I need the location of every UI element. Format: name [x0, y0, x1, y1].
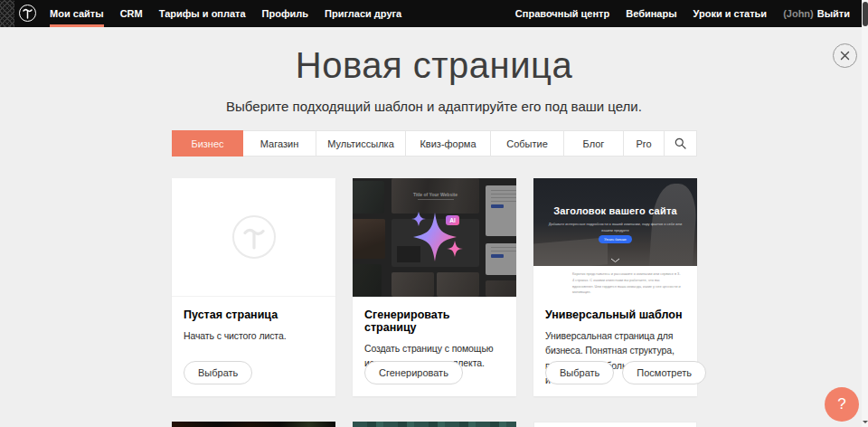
scrollbar-down-arrow[interactable]	[863, 421, 868, 426]
tab-event[interactable]: Событие	[491, 130, 564, 157]
new-page-modal-screen: Мои сайты CRM Тарифы и оплата Профиль Пр…	[0, 0, 868, 427]
card-generate-page: Title of Your Website	[353, 178, 516, 396]
template-cta-button: Узнать больше	[599, 235, 632, 243]
user-chunk: (John) Выйти	[783, 0, 850, 27]
nav-item-crm[interactable]: CRM	[120, 0, 143, 27]
tab-blog[interactable]: Блог	[564, 130, 624, 157]
card-title: Сгенерировать страницу	[364, 308, 505, 334]
tab-multilink[interactable]: Мультиссылка	[316, 130, 406, 157]
search-button[interactable]	[665, 130, 697, 157]
card-actions: Выбрать	[184, 361, 252, 384]
template-category-tabs: Бизнес Магазин Мультиссылка Квиз-форма С…	[172, 130, 697, 157]
nav-item-help-center[interactable]: Справочный центр	[515, 0, 609, 27]
ai-sparkle-icon	[398, 205, 476, 272]
tilda-logo-icon	[23, 7, 33, 19]
select-blank-button[interactable]: Выбрать	[184, 361, 252, 384]
tab-quiz-form[interactable]: Квиз-форма	[406, 130, 491, 157]
tab-business[interactable]: Бизнес	[172, 130, 243, 157]
nav-item-my-sites[interactable]: Мои сайты	[50, 0, 104, 27]
nav-item-lessons[interactable]: Уроки и статьи	[693, 0, 768, 27]
card-universal-template: Заголовок вашего сайта Добавьте интересн…	[533, 178, 697, 396]
select-universal-button[interactable]: Выбрать	[545, 361, 614, 384]
template-subheading: Добавьте интересные подробности о вашей …	[547, 222, 684, 234]
card-title: Универсальный шаблон	[545, 308, 685, 321]
template-heading: Заголовок вашего сайта	[533, 205, 697, 216]
nav-item-tariffs[interactable]: Тарифы и оплата	[159, 0, 246, 27]
blank-page-preview	[172, 178, 335, 297]
card-blank-page: Пустая страница Начать с чистого листа. …	[172, 178, 335, 396]
tab-pro[interactable]: Pro	[624, 130, 665, 157]
main-nav-left: Мои сайты CRM Тарифы и оплата Профиль Пр…	[50, 0, 401, 27]
logout-link[interactable]: Выйти	[817, 8, 850, 19]
card-description: Начать с чистого листа.	[184, 328, 324, 343]
tilda-logo[interactable]	[19, 5, 36, 22]
template-text-block: Коротко представьтесь и расскажите о ком…	[533, 266, 697, 297]
universal-template-preview: Заголовок вашего сайта Добавьте интересн…	[533, 178, 697, 297]
ai-generate-preview: Title of Your Website	[353, 178, 516, 297]
ai-badge: AI	[446, 215, 459, 225]
generate-button[interactable]: Сгенерировать	[364, 361, 463, 384]
preview-universal-button[interactable]: Посмотреть	[622, 361, 706, 384]
tilda-mark-icon	[243, 225, 265, 250]
search-icon	[675, 138, 686, 149]
tilda-mark-circle	[232, 215, 276, 259]
nav-item-invite-friend[interactable]: Пригласи друга	[325, 0, 401, 27]
card-body: Сгенерировать страницу Создать страницу …	[353, 297, 516, 371]
nav-item-webinars[interactable]: Вебинары	[626, 0, 676, 27]
next-template-card[interactable]	[533, 422, 697, 427]
template-hero-image: Заголовок вашего сайта Добавьте интересн…	[533, 178, 697, 266]
topbar: Мои сайты CRM Тарифы и оплата Профиль Пр…	[0, 0, 868, 27]
nav-item-profile[interactable]: Профиль	[262, 0, 308, 27]
page-subtitle: Выберите подходящий шаблон и адаптируйте…	[0, 99, 868, 114]
card-body: Пустая страница Начать с чистого листа.	[172, 297, 335, 343]
tab-shop[interactable]: Магазин	[243, 130, 316, 157]
next-template-card[interactable]	[353, 422, 516, 427]
main-nav-right: Справочный центр Вебинары Уроки и статьи…	[515, 0, 850, 27]
question-icon: ?	[837, 395, 845, 413]
page-title: Новая страница	[0, 45, 868, 86]
scrollbar-thumb[interactable]	[863, 2, 868, 26]
next-template-card[interactable]	[172, 422, 335, 427]
scrollbar[interactable]	[862, 0, 868, 427]
card-actions: Выбрать Посмотреть	[545, 361, 706, 384]
help-button[interactable]: ?	[825, 387, 859, 422]
card-title: Пустая страница	[184, 308, 324, 321]
template-cards-row: Пустая страница Начать с чистого листа. …	[172, 178, 697, 396]
next-templates-row	[172, 422, 697, 427]
chevron-down-icon	[610, 258, 620, 263]
template-paragraph: Коротко представьтесь и расскажите о ком…	[572, 271, 681, 296]
window-edge-pattern	[0, 0, 14, 27]
user-name: (John)	[783, 8, 814, 19]
card-actions: Сгенерировать	[364, 361, 463, 384]
